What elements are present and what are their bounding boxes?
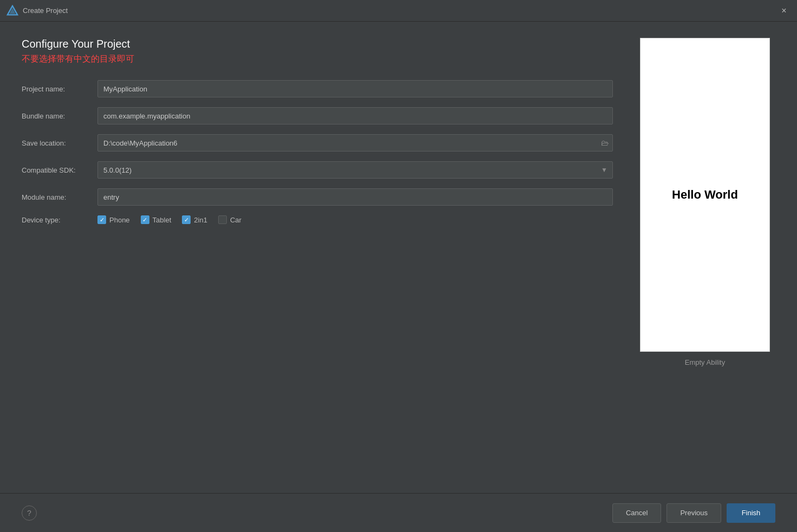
compatible-sdk-select[interactable]: 5.0.0(12)	[97, 161, 613, 179]
left-panel: Configure Your Project 不要选择带有中文的目录即可 Pro…	[22, 38, 613, 482]
bottom-buttons: Cancel Previous Finish	[612, 503, 775, 523]
car-checkbox-item[interactable]: Car	[218, 215, 241, 224]
close-button[interactable]: ×	[778, 4, 791, 17]
sdk-select-wrapper: 5.0.0(12) ▼	[97, 161, 613, 179]
module-name-input[interactable]	[97, 188, 613, 206]
preview-label: Empty Ability	[685, 358, 725, 366]
preview-phone: Hello World	[640, 38, 770, 352]
module-name-label: Module name:	[22, 193, 97, 201]
hello-world-text: Hello World	[672, 188, 738, 202]
tablet-checkbox-item[interactable]: Tablet	[141, 215, 172, 224]
title-bar: Create Project ×	[0, 0, 797, 22]
bottom-bar: ? Cancel Previous Finish	[0, 493, 797, 532]
2in1-checkbox-item[interactable]: 2in1	[182, 215, 207, 224]
help-button[interactable]: ?	[22, 505, 37, 521]
device-type-label: Device type:	[22, 216, 97, 224]
car-checkbox[interactable]	[218, 215, 227, 224]
folder-icon[interactable]: 🗁	[601, 139, 609, 147]
device-type-group: Phone Tablet 2in1 Car	[97, 215, 613, 224]
bundle-name-input[interactable]	[97, 107, 613, 124]
project-name-input[interactable]	[97, 80, 613, 97]
cancel-button[interactable]: Cancel	[612, 503, 661, 523]
warning-text: 不要选择带有中文的目录即可	[22, 54, 613, 65]
tablet-label: Tablet	[153, 216, 172, 224]
phone-checkbox[interactable]	[97, 215, 106, 224]
app-logo	[6, 5, 18, 17]
tablet-checkbox[interactable]	[141, 215, 149, 224]
save-location-input[interactable]	[97, 134, 613, 152]
bundle-name-label: Bundle name:	[22, 112, 97, 120]
car-label: Car	[230, 216, 241, 224]
save-location-label: Save location:	[22, 139, 97, 147]
window-title: Create Project	[23, 6, 68, 15]
project-name-label: Project name:	[22, 85, 97, 93]
right-panel: Hello World Empty Ability	[635, 38, 775, 482]
dialog-content: Configure Your Project 不要选择带有中文的目录即可 Pro…	[0, 22, 797, 493]
finish-button[interactable]: Finish	[727, 503, 775, 523]
2in1-label: 2in1	[194, 216, 207, 224]
save-location-wrapper: 🗁	[97, 134, 613, 152]
compatible-sdk-label: Compatible SDK:	[22, 166, 97, 174]
phone-label: Phone	[109, 216, 130, 224]
form: Project name: Bundle name: Save location…	[22, 80, 613, 224]
dialog-heading: Configure Your Project	[22, 38, 613, 50]
previous-button[interactable]: Previous	[667, 503, 721, 523]
phone-checkbox-item[interactable]: Phone	[97, 215, 130, 224]
2in1-checkbox[interactable]	[182, 215, 191, 224]
